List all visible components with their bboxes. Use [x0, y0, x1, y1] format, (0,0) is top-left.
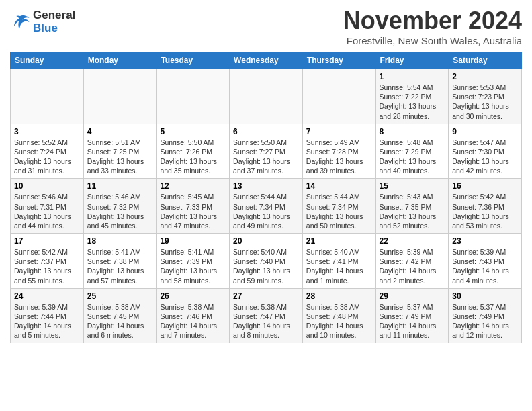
day-number: 21 [306, 236, 372, 246]
day-number: 15 [380, 181, 445, 191]
title-area: November 2024 Forestville, New South Wal… [343, 7, 522, 46]
calendar-cell: 15Sunrise: 5:43 AMSunset: 7:35 PMDayligh… [375, 179, 449, 234]
day-number: 22 [380, 236, 445, 246]
day-number: 18 [87, 236, 153, 246]
calendar-cell: 30Sunrise: 5:37 AMSunset: 7:49 PMDayligh… [449, 288, 522, 343]
day-info: Sunrise: 5:45 AMSunset: 7:33 PMDaylight:… [160, 192, 226, 230]
day-info: Sunrise: 5:50 AMSunset: 7:27 PMDaylight:… [233, 138, 299, 176]
day-info: Sunrise: 5:38 AMSunset: 7:45 PMDaylight:… [87, 302, 153, 340]
calendar-cell: 10Sunrise: 5:46 AMSunset: 7:31 PMDayligh… [11, 179, 84, 234]
location-title: Forestville, New South Wales, Australia [343, 35, 522, 46]
calendar-week-row: 1Sunrise: 5:54 AMSunset: 7:22 PMDaylight… [11, 69, 522, 124]
day-number: 10 [14, 181, 80, 191]
day-info: Sunrise: 5:44 AMSunset: 7:34 PMDaylight:… [306, 192, 372, 230]
calendar-cell: 1Sunrise: 5:54 AMSunset: 7:22 PMDaylight… [375, 69, 449, 124]
day-info: Sunrise: 5:39 AMSunset: 7:43 PMDaylight:… [452, 247, 518, 285]
day-info: Sunrise: 5:38 AMSunset: 7:48 PMDaylight:… [306, 302, 372, 340]
calendar-cell: 22Sunrise: 5:39 AMSunset: 7:42 PMDayligh… [375, 234, 449, 289]
day-info: Sunrise: 5:49 AMSunset: 7:28 PMDaylight:… [306, 138, 372, 176]
calendar-cell: 24Sunrise: 5:39 AMSunset: 7:44 PMDayligh… [11, 288, 84, 343]
day-number: 25 [87, 291, 153, 301]
day-number: 3 [14, 127, 80, 136]
day-info: Sunrise: 5:52 AMSunset: 7:24 PMDaylight:… [14, 138, 80, 176]
calendar-cell: 29Sunrise: 5:37 AMSunset: 7:49 PMDayligh… [375, 288, 449, 343]
day-info: Sunrise: 5:40 AMSunset: 7:41 PMDaylight:… [306, 247, 372, 285]
calendar-cell: 9Sunrise: 5:47 AMSunset: 7:30 PMDaylight… [449, 124, 522, 179]
days-header-row: SundayMondayTuesdayWednesdayThursdayFrid… [11, 52, 522, 69]
calendar-cell: 12Sunrise: 5:45 AMSunset: 7:33 PMDayligh… [157, 179, 230, 234]
calendar-cell: 26Sunrise: 5:38 AMSunset: 7:46 PMDayligh… [157, 288, 230, 343]
day-header-tuesday: Tuesday [157, 52, 230, 69]
day-number: 9 [452, 127, 518, 136]
day-info: Sunrise: 5:47 AMSunset: 7:30 PMDaylight:… [452, 138, 518, 176]
day-number: 4 [87, 127, 153, 136]
day-number: 14 [306, 181, 372, 191]
day-header-wednesday: Wednesday [230, 52, 303, 69]
calendar-week-row: 3Sunrise: 5:52 AMSunset: 7:24 PMDaylight… [11, 124, 522, 179]
day-header-monday: Monday [83, 52, 157, 69]
calendar-cell: 25Sunrise: 5:38 AMSunset: 7:45 PMDayligh… [83, 288, 157, 343]
calendar-cell [11, 69, 84, 124]
calendar-cell: 13Sunrise: 5:44 AMSunset: 7:34 PMDayligh… [230, 179, 303, 234]
calendar-cell: 7Sunrise: 5:49 AMSunset: 7:28 PMDaylight… [302, 124, 375, 179]
day-number: 2 [452, 72, 518, 81]
calendar-cell: 19Sunrise: 5:41 AMSunset: 7:39 PMDayligh… [157, 234, 230, 289]
day-info: Sunrise: 5:43 AMSunset: 7:35 PMDaylight:… [380, 192, 445, 230]
day-info: Sunrise: 5:53 AMSunset: 7:23 PMDaylight:… [452, 83, 518, 121]
day-info: Sunrise: 5:41 AMSunset: 7:38 PMDaylight:… [87, 247, 153, 285]
day-info: Sunrise: 5:38 AMSunset: 7:47 PMDaylight:… [233, 302, 299, 340]
day-info: Sunrise: 5:38 AMSunset: 7:46 PMDaylight:… [160, 302, 226, 340]
calendar-cell [157, 69, 230, 124]
calendar-cell: 18Sunrise: 5:41 AMSunset: 7:38 PMDayligh… [83, 234, 157, 289]
day-header-friday: Friday [375, 52, 449, 69]
day-info: Sunrise: 5:46 AMSunset: 7:31 PMDaylight:… [14, 192, 80, 230]
calendar-cell [230, 69, 303, 124]
day-number: 6 [233, 127, 299, 136]
calendar-week-row: 17Sunrise: 5:42 AMSunset: 7:37 PMDayligh… [11, 234, 522, 289]
day-number: 5 [160, 127, 226, 136]
day-number: 26 [160, 291, 226, 301]
day-number: 7 [306, 127, 372, 136]
calendar-cell [83, 69, 157, 124]
calendar-cell: 27Sunrise: 5:38 AMSunset: 7:47 PMDayligh… [230, 288, 303, 343]
calendar-week-row: 24Sunrise: 5:39 AMSunset: 7:44 PMDayligh… [11, 288, 522, 343]
calendar-cell: 5Sunrise: 5:50 AMSunset: 7:26 PMDaylight… [157, 124, 230, 179]
calendar-cell: 2Sunrise: 5:53 AMSunset: 7:23 PMDaylight… [449, 69, 522, 124]
calendar-table: SundayMondayTuesdayWednesdayThursdayFrid… [10, 52, 522, 343]
day-number: 13 [233, 181, 299, 191]
calendar-cell: 17Sunrise: 5:42 AMSunset: 7:37 PMDayligh… [11, 234, 84, 289]
day-info: Sunrise: 5:37 AMSunset: 7:49 PMDaylight:… [452, 302, 518, 340]
logo-text: General Blue [33, 9, 75, 34]
day-number: 16 [452, 181, 518, 191]
day-number: 12 [160, 181, 226, 191]
day-info: Sunrise: 5:37 AMSunset: 7:49 PMDaylight:… [380, 302, 445, 340]
calendar-cell: 4Sunrise: 5:51 AMSunset: 7:25 PMDaylight… [83, 124, 157, 179]
day-header-sunday: Sunday [11, 52, 84, 69]
day-number: 8 [380, 127, 445, 136]
month-title: November 2024 [343, 7, 522, 35]
calendar-cell: 14Sunrise: 5:44 AMSunset: 7:34 PMDayligh… [302, 179, 375, 234]
calendar-cell: 16Sunrise: 5:42 AMSunset: 7:36 PMDayligh… [449, 179, 522, 234]
day-number: 17 [14, 236, 80, 246]
day-number: 20 [233, 236, 299, 246]
calendar-cell: 20Sunrise: 5:40 AMSunset: 7:40 PMDayligh… [230, 234, 303, 289]
day-header-thursday: Thursday [302, 52, 375, 69]
calendar-cell: 8Sunrise: 5:48 AMSunset: 7:29 PMDaylight… [375, 124, 449, 179]
logo-icon [10, 12, 30, 32]
day-number: 1 [380, 72, 445, 81]
calendar-cell: 23Sunrise: 5:39 AMSunset: 7:43 PMDayligh… [449, 234, 522, 289]
day-info: Sunrise: 5:41 AMSunset: 7:39 PMDaylight:… [160, 247, 226, 285]
day-info: Sunrise: 5:42 AMSunset: 7:36 PMDaylight:… [452, 192, 518, 230]
header: General Blue November 2024 Forestville, … [10, 7, 522, 46]
day-info: Sunrise: 5:40 AMSunset: 7:40 PMDaylight:… [233, 247, 299, 285]
day-header-saturday: Saturday [449, 52, 522, 69]
day-info: Sunrise: 5:54 AMSunset: 7:22 PMDaylight:… [380, 83, 445, 121]
day-info: Sunrise: 5:44 AMSunset: 7:34 PMDaylight:… [233, 192, 299, 230]
calendar-week-row: 10Sunrise: 5:46 AMSunset: 7:31 PMDayligh… [11, 179, 522, 234]
calendar-cell [302, 69, 375, 124]
day-number: 23 [452, 236, 518, 246]
calendar-cell: 21Sunrise: 5:40 AMSunset: 7:41 PMDayligh… [302, 234, 375, 289]
day-number: 24 [14, 291, 80, 301]
day-number: 11 [87, 181, 153, 191]
calendar-cell: 6Sunrise: 5:50 AMSunset: 7:27 PMDaylight… [230, 124, 303, 179]
